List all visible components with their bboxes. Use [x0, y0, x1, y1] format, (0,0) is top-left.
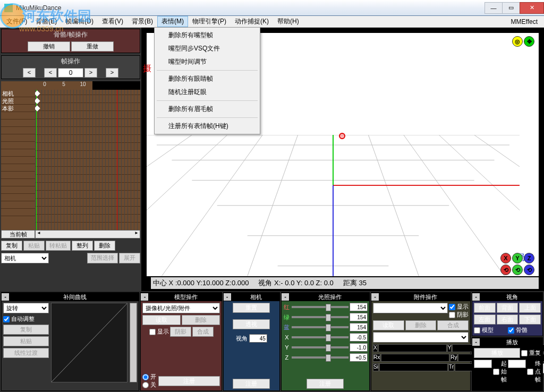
acc-rx-input[interactable] — [381, 354, 449, 362]
model-select[interactable]: 摄像机/光照/附件 — [142, 303, 219, 313]
frame-number-input[interactable] — [58, 68, 83, 78]
curve-paste-button[interactable]: 粘贴 — [3, 336, 49, 346]
align-button[interactable]: 整列 — [72, 241, 93, 251]
curve-copy-button[interactable]: 复制 — [3, 325, 49, 335]
light-g-slider[interactable] — [292, 316, 348, 318]
frame-next-button[interactable]: > — [84, 68, 97, 78]
acc-select[interactable] — [373, 303, 448, 313]
axis-x-icon[interactable]: X — [500, 253, 511, 263]
repeat-checkbox[interactable]: 重复 — [521, 348, 541, 358]
acc-shadow-checkbox[interactable]: 阴影 — [449, 311, 469, 319]
light-register-button[interactable]: 注册 — [307, 379, 344, 389]
light-y-input[interactable] — [350, 343, 368, 352]
end-frame-input[interactable] — [508, 360, 526, 368]
timeline[interactable]: 0510 相机 光照 本影 当前帧 — [1, 81, 140, 238]
model-off-radio[interactable]: 关 — [142, 381, 156, 389]
redo-button[interactable]: 重做 — [71, 41, 114, 52]
range-select-button[interactable]: 范围选择 — [87, 253, 118, 263]
dd-del-brow[interactable]: 删除所有眉毛帧 — [156, 103, 259, 116]
view-left-button[interactable]: 左面 — [474, 314, 496, 325]
play-button[interactable]: 播放 — [474, 348, 520, 358]
view-bone-checkbox[interactable]: 骨骼 — [508, 326, 541, 334]
view-right-button[interactable]: 右面 — [497, 314, 518, 325]
curve-editor[interactable] — [51, 303, 128, 382]
light-b-slider[interactable] — [292, 326, 348, 328]
keyframe-icon[interactable] — [35, 90, 40, 96]
model-compose-button[interactable]: 合成 — [192, 327, 214, 337]
panel-minimize-icon[interactable]: - — [472, 338, 480, 346]
dd-del-eye[interactable]: 删除所有眼睛帧 — [156, 72, 259, 86]
curve-type-select[interactable]: 旋转 — [3, 303, 49, 313]
light-g-input[interactable] — [350, 313, 368, 321]
window-close[interactable]: ✕ — [520, 2, 544, 14]
dd-rand-blink[interactable]: 随机注册眨眼 — [156, 86, 259, 99]
auto-adjust-checkbox[interactable]: 自动调整 — [3, 315, 49, 323]
camera-persp-button[interactable]: 透视 — [233, 319, 270, 329]
keyframe-icon[interactable] — [35, 98, 40, 104]
rot-x-icon[interactable]: ⟲ — [500, 265, 511, 275]
camera-select[interactable]: 相机 — [1, 253, 49, 263]
view-model-checkbox[interactable]: 模型 — [474, 326, 507, 334]
delete-button[interactable]: 删除 — [94, 241, 115, 251]
panel-minimize-icon[interactable]: - — [224, 293, 231, 301]
light-x-input[interactable] — [350, 333, 368, 342]
model-read-button[interactable]: 读取 — [142, 315, 181, 325]
acc-show-checkbox[interactable]: 显示 — [449, 303, 469, 311]
undo-button[interactable]: 撤销 — [28, 41, 70, 52]
dd-mouth-time[interactable]: 嘴型时间调节 — [156, 55, 259, 69]
acc-parent-select[interactable] — [373, 332, 469, 343]
paste-button[interactable]: 粘贴 — [23, 241, 45, 251]
panel-minimize-icon[interactable]: - — [141, 293, 148, 301]
model-shadow-button[interactable]: 阴影 — [170, 327, 191, 337]
expand-button[interactable]: 展开 — [119, 253, 140, 263]
light-r-slider[interactable] — [292, 306, 348, 308]
panel-minimize-icon[interactable]: - — [371, 293, 379, 301]
acc-delete-button[interactable]: 删除 — [405, 320, 437, 330]
copy-button[interactable]: 复制 — [1, 241, 22, 251]
acc-si-input[interactable] — [379, 363, 448, 371]
light-y-slider[interactable] — [292, 346, 348, 348]
track-light[interactable]: 光照 — [1, 97, 35, 105]
camera-angle-input[interactable] — [249, 334, 267, 343]
panel-minimize-icon[interactable]: - — [472, 293, 480, 301]
acc-read-button[interactable]: 读取 — [373, 320, 404, 330]
view-back-button[interactable]: 背面 — [497, 303, 518, 313]
model-register-button[interactable]: 注册 — [158, 376, 219, 386]
menu-physics[interactable]: 物理引擎(P) — [188, 16, 231, 27]
view-bottom-button[interactable]: 下面 — [519, 314, 541, 325]
menu-expression[interactable]: 表情(M) — [157, 16, 188, 27]
dd-del-mouth[interactable]: 删除所有嘴型帧 — [156, 29, 259, 42]
view-front-button[interactable]: 前面 — [474, 303, 496, 313]
center-marker-icon[interactable] — [339, 133, 345, 139]
light-r-input[interactable] — [350, 303, 368, 311]
curve-slider[interactable] — [130, 303, 137, 382]
light-z-input[interactable] — [350, 353, 368, 362]
acc-x-input[interactable] — [378, 344, 447, 352]
orbit-icon[interactable]: ◎ — [512, 36, 523, 47]
view-top-button[interactable]: 上面 — [519, 303, 541, 313]
panel-minimize-icon[interactable]: - — [2, 293, 9, 301]
window-minimize[interactable]: — — [484, 2, 503, 14]
menu-mmeffect[interactable]: MMEffect — [511, 18, 542, 25]
start-frame-input[interactable] — [474, 360, 492, 368]
start-checkbox[interactable]: 起始帧 — [493, 360, 507, 384]
model-show-checkbox[interactable]: 显示 — [149, 327, 169, 337]
menu-mocap[interactable]: 动作捕捉(K) — [231, 16, 273, 27]
track-camera[interactable]: 相机 — [1, 90, 35, 97]
light-b-input[interactable] — [350, 323, 368, 331]
curve-linear-button[interactable]: 线性过渡 — [3, 348, 49, 358]
frame-prev-button[interactable]: < — [44, 68, 57, 78]
pan-icon[interactable]: ✥ — [524, 36, 534, 47]
dd-sync-vsq[interactable]: 嘴型同步VSQ文件 — [156, 42, 259, 55]
track-shadow[interactable]: 本影 — [1, 105, 35, 112]
light-x-slider[interactable] — [292, 336, 348, 338]
frame-last-button[interactable]: > — [106, 68, 118, 78]
keyframe-icon[interactable] — [35, 105, 40, 111]
menu-view[interactable]: 查看(V) — [98, 16, 128, 27]
end-checkbox[interactable]: 终点帧 — [527, 360, 541, 384]
axis-z-icon[interactable]: Z — [524, 253, 534, 263]
timeline-scrollbar[interactable] — [35, 230, 140, 238]
menu-bg[interactable]: 背景(B) — [128, 16, 157, 27]
axis-y-icon[interactable]: Y — [512, 253, 523, 263]
menu-help[interactable]: 帮助(H) — [273, 16, 303, 27]
